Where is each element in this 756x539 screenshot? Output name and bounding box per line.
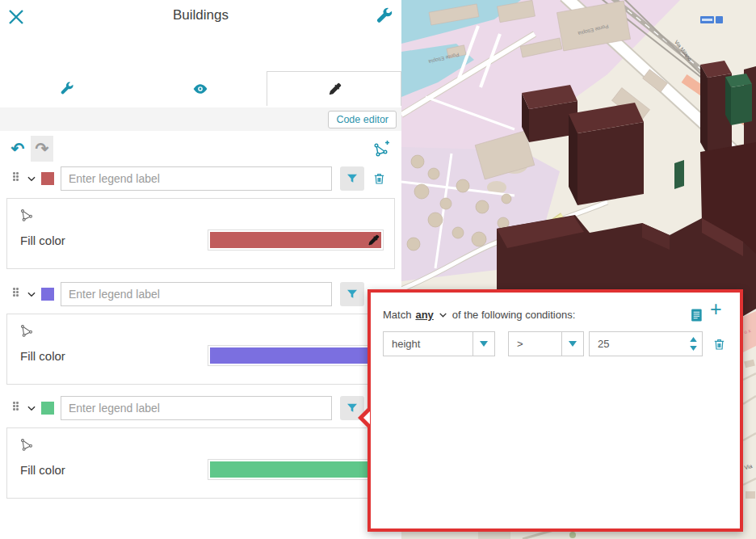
eye-icon [192, 81, 208, 97]
value-input[interactable] [590, 332, 684, 356]
tab-style-editor[interactable] [267, 71, 401, 106]
filter-condition-row: height > [371, 331, 740, 357]
fill-color-label: Fill color [20, 234, 65, 247]
dropper-icon [327, 82, 342, 96]
style-rule: Fill color [6, 280, 395, 385]
legend-label-input[interactable] [61, 282, 332, 306]
chevron-down-icon[interactable] [26, 173, 37, 184]
wrench-icon [60, 82, 74, 96]
wrench-icon[interactable] [374, 6, 395, 27]
fill-color-label: Fill color [20, 463, 65, 477]
polygon-icon [19, 436, 35, 456]
spinner-down-icon [690, 346, 697, 351]
chevron-down-icon [561, 332, 583, 356]
match-type-select[interactable]: any [415, 309, 433, 321]
trash-icon[interactable] [709, 335, 729, 354]
rule-header [6, 164, 395, 193]
list-icon[interactable] [688, 307, 704, 323]
number-spinner[interactable] [684, 332, 702, 356]
chevron-down-icon [472, 332, 494, 356]
operator-select[interactable]: > [508, 331, 584, 356]
style-tabs [0, 71, 401, 106]
polygon-icon [19, 322, 35, 342]
rule-header [6, 280, 395, 309]
fill-color-picker[interactable] [208, 459, 384, 480]
polygon-plus-icon[interactable] [372, 139, 391, 158]
match-prefix: Match [383, 309, 411, 321]
drag-handle-icon[interactable] [13, 288, 21, 301]
map-road-sign [700, 16, 723, 23]
tab-general-settings[interactable] [0, 71, 133, 106]
drag-handle-icon[interactable] [13, 402, 21, 415]
style-rule: Fill color [6, 394, 395, 499]
polygon-icon [19, 207, 35, 226]
field-select[interactable]: height [383, 331, 495, 356]
spinner-up-icon [690, 337, 697, 342]
tab-display[interactable] [133, 71, 267, 106]
app-window: Ponte Etiopia Ponte Etiopia Via Milano V… [0, 0, 756, 539]
chevron-down-icon[interactable] [438, 310, 448, 320]
editor-subheader: Code editor [0, 107, 401, 131]
style-rule: Fill color [6, 164, 395, 269]
code-editor-button[interactable]: Code editor [328, 111, 397, 128]
legend-label-input[interactable] [61, 396, 332, 420]
trash-icon[interactable] [369, 166, 388, 191]
fill-color-picker[interactable] [208, 345, 384, 366]
rule-body: Fill color [6, 198, 395, 269]
page-title: Buildings [0, 7, 401, 23]
editor-toolbar: ↶ ↷ [0, 136, 401, 163]
value-input-wrap [589, 331, 703, 356]
funnel-icon[interactable] [340, 166, 364, 191]
rule-color-swatch[interactable] [41, 402, 54, 415]
rule-body: Fill color [6, 427, 395, 499]
chevron-down-icon[interactable] [26, 402, 37, 414]
rule-color-swatch[interactable] [41, 288, 54, 301]
rule-color-swatch[interactable] [41, 172, 54, 185]
rule-filter-popup: Match any of the following conditions: +… [368, 289, 743, 532]
popup-arrow [363, 411, 370, 424]
match-condition-row: Match any of the following conditions: [383, 309, 575, 321]
fill-color-label: Fill color [20, 349, 65, 363]
dropper-icon [367, 234, 380, 250]
funnel-icon[interactable] [340, 282, 364, 306]
rule-header [6, 394, 395, 423]
drag-handle-icon[interactable] [13, 172, 21, 185]
chevron-down-icon[interactable] [26, 288, 37, 300]
panel-header: Buildings [0, 0, 401, 36]
legend-label-input[interactable] [61, 166, 332, 191]
match-suffix: of the following conditions: [452, 309, 575, 321]
plus-icon[interactable]: + [710, 299, 722, 319]
undo-icon[interactable]: ↶ [6, 136, 29, 162]
redo-icon[interactable]: ↷ [31, 136, 53, 162]
style-panel: Buildings Code editor ↶ ↷ [0, 0, 401, 539]
fill-color-picker[interactable] [208, 229, 384, 251]
rule-body: Fill color [6, 314, 395, 385]
